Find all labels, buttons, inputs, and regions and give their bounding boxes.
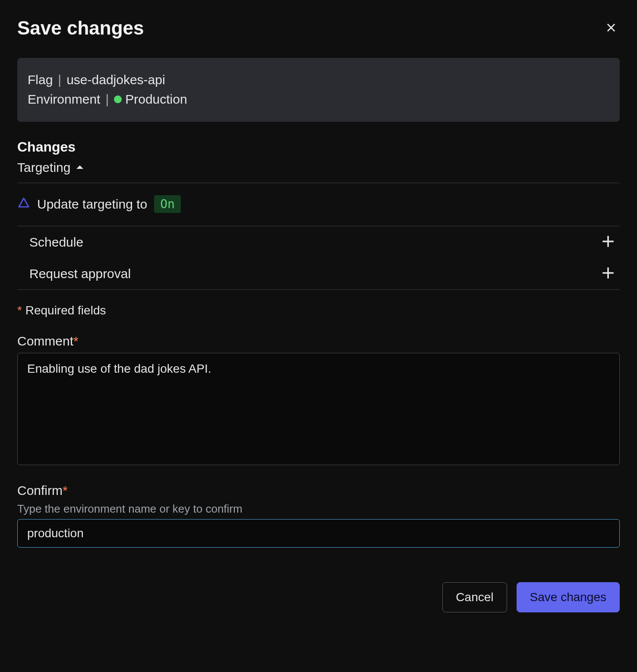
asterisk-icon: * — [17, 304, 22, 317]
plus-icon — [601, 266, 615, 282]
triangle-outline-icon — [17, 196, 30, 212]
action-list: Schedule Request approval — [17, 226, 620, 290]
approval-add-button[interactable] — [601, 266, 615, 282]
targeting-label: Targeting — [17, 160, 70, 175]
context-box: Flag | use-dadjokes-api Environment | Pr… — [17, 58, 620, 122]
required-note: * Required fields — [17, 304, 620, 317]
targeting-section-toggle[interactable]: Targeting — [17, 160, 620, 183]
comment-label: Comment* — [17, 334, 620, 349]
change-text: Update targeting to — [37, 197, 147, 212]
comment-label-text: Comment — [17, 334, 73, 348]
modal-footer: Cancel Save changes — [17, 582, 620, 612]
environment-label: Environment — [28, 89, 100, 109]
changes-heading: Changes — [17, 139, 620, 155]
close-icon — [605, 22, 617, 35]
separator: | — [58, 70, 61, 89]
save-button[interactable]: Save changes — [517, 582, 620, 612]
flag-value: use-dadjokes-api — [66, 70, 165, 89]
chevron-up-icon — [75, 162, 85, 173]
flag-row: Flag | use-dadjokes-api — [28, 70, 609, 89]
save-changes-modal: Save changes Flag | use-dadjokes-api Env… — [0, 0, 637, 630]
schedule-add-button[interactable] — [601, 234, 615, 250]
change-item: Update targeting to On — [17, 183, 620, 226]
modal-header: Save changes — [17, 17, 620, 39]
confirm-input[interactable] — [17, 519, 620, 548]
comment-textarea[interactable] — [17, 353, 620, 465]
request-approval-label: Request approval — [29, 266, 131, 281]
request-approval-row[interactable]: Request approval — [17, 258, 620, 289]
cancel-button[interactable]: Cancel — [442, 582, 507, 612]
schedule-label: Schedule — [29, 235, 83, 250]
schedule-row[interactable]: Schedule — [17, 226, 620, 258]
flag-label: Flag — [28, 70, 53, 89]
asterisk-icon: * — [73, 334, 79, 348]
on-badge: On — [154, 195, 181, 213]
separator: | — [105, 89, 109, 109]
modal-title: Save changes — [17, 17, 144, 39]
environment-row: Environment | Production — [28, 89, 609, 109]
asterisk-icon: * — [63, 483, 68, 498]
close-button[interactable] — [602, 19, 620, 38]
environment-value: Production — [125, 89, 187, 109]
required-note-text: Required fields — [25, 304, 106, 317]
confirm-label: Confirm* — [17, 483, 620, 498]
plus-icon — [601, 234, 615, 250]
confirm-label-text: Confirm — [17, 483, 63, 498]
status-dot-icon — [114, 95, 122, 103]
confirm-hint: Type the environment name or key to conf… — [17, 502, 620, 516]
